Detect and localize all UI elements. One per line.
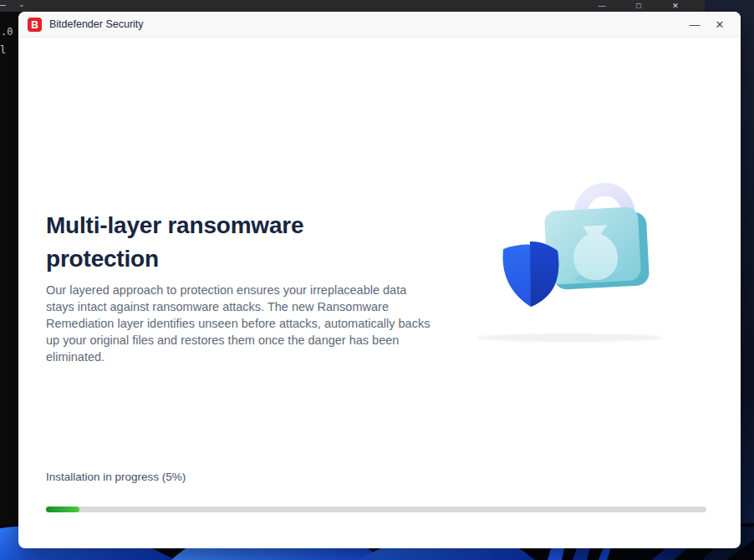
window-title: Bitdefender Security [49,12,144,38]
terminal-close-button[interactable]: ✕ [670,0,681,12]
description-text: Our layered approach to protection ensur… [46,282,432,365]
bitdefender-installer-window: B Bitdefender Security — ✕ Multi-layer r… [18,12,741,548]
terminal-maximize-button[interactable]: □ [633,0,644,12]
terminal-text-line: l [0,44,6,56]
ransomware-lock-illustration [481,165,658,345]
shield-icon [503,242,559,307]
window-titlebar[interactable]: B Bitdefender Security — ✕ [18,12,741,38]
close-button[interactable]: ✕ [707,12,732,38]
page-title: Multi-layer ransomware protection [46,209,405,276]
illustration-shadow [476,333,664,342]
progress-bar [46,507,706,512]
desktop-background: — ⌄ — □ ✕ .0 l B Bitdefender Security — … [0,0,754,560]
installation-status-text: Installation in progress (5%) [46,471,186,483]
progress-bar-fill [46,507,79,512]
bitdefender-logo-icon: B [28,18,42,32]
minimize-button[interactable]: — [682,12,707,38]
terminal-tab-dash: — [0,0,6,9]
terminal-minimize-button[interactable]: — [596,0,608,12]
terminal-titlebar[interactable]: — ⌄ — □ ✕ [0,0,705,12]
terminal-text-line: .0 [1,26,13,38]
chevron-down-icon[interactable]: ⌄ [18,0,25,8]
